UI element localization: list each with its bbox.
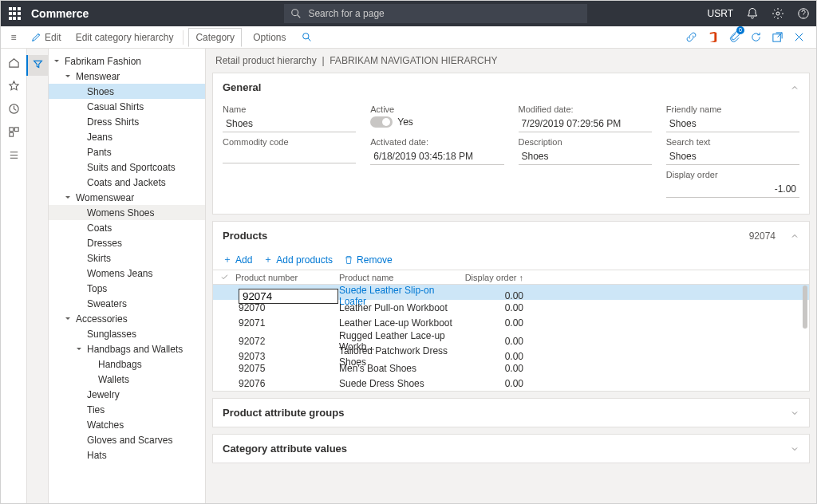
tree-node[interactable]: Fabrikam Fashion bbox=[49, 53, 205, 69]
active-field[interactable]: ActiveYes bbox=[370, 104, 503, 132]
caret-down-icon[interactable] bbox=[52, 57, 61, 66]
tree-node[interactable]: Womens Shoes bbox=[49, 205, 205, 220]
svg-point-4 bbox=[303, 33, 309, 39]
popout-icon[interactable] bbox=[772, 31, 783, 43]
tree-node[interactable]: Wallets bbox=[49, 372, 205, 387]
friendly-field[interactable]: Friendly nameShoes bbox=[666, 104, 799, 132]
table-row[interactable]: 92072Rugged Leather Lace-up Workb...0.00 bbox=[213, 330, 809, 345]
tab-category[interactable]: Category bbox=[188, 28, 242, 47]
description-field[interactable]: DescriptionShoes bbox=[519, 137, 652, 165]
scrollbar[interactable] bbox=[803, 285, 807, 329]
user-code[interactable]: USRT bbox=[708, 8, 733, 19]
action-search-icon[interactable] bbox=[297, 29, 317, 45]
search-text-field[interactable]: Search textShoes bbox=[666, 137, 799, 165]
col-product-name[interactable]: Product name bbox=[339, 273, 459, 282]
display-order-field[interactable]: Display order-1.00 bbox=[666, 170, 799, 198]
tree-node[interactable]: Watches bbox=[49, 417, 205, 432]
products-panel-header[interactable]: Products 92074 bbox=[213, 222, 809, 250]
tree-node[interactable]: Handbags and Wallets bbox=[49, 341, 205, 356]
help-icon[interactable] bbox=[797, 7, 810, 20]
caret-down-icon[interactable] bbox=[63, 193, 73, 203]
tree-node[interactable]: Suits and Sportcoats bbox=[49, 159, 205, 175]
table-row[interactable]: 92070Leather Pull-on Workboot0.00 bbox=[213, 300, 809, 315]
pag-header[interactable]: Product attribute groups bbox=[213, 399, 809, 427]
table-row[interactable]: 92075Men's Boat Shoes0.00 bbox=[213, 360, 809, 376]
edit-button[interactable]: Edit bbox=[26, 29, 66, 46]
caret-down-icon[interactable] bbox=[74, 345, 84, 354]
product-name-cell[interactable]: Leather Pull-on Workboot bbox=[339, 302, 459, 313]
list-icon[interactable] bbox=[8, 149, 20, 161]
product-number-cell[interactable]: 92071 bbox=[235, 317, 339, 329]
link-icon[interactable] bbox=[685, 31, 697, 43]
tree-node[interactable]: Menswear bbox=[49, 69, 205, 84]
tree-node[interactable]: Dresses bbox=[49, 235, 205, 250]
products-table[interactable]: Product number Product name Display orde… bbox=[213, 270, 809, 391]
tree-node[interactable]: Womens Jeans bbox=[49, 266, 205, 281]
tab-options[interactable]: Options bbox=[247, 29, 292, 46]
refresh-icon[interactable] bbox=[750, 31, 762, 43]
commodity-field[interactable]: Commodity code bbox=[223, 137, 356, 165]
caret-down-icon[interactable] bbox=[63, 314, 73, 324]
tree-node[interactable]: Gloves and Scarves bbox=[49, 432, 205, 447]
plus-icon: ＋ bbox=[263, 253, 273, 266]
product-name-cell[interactable]: Men's Boat Shoes bbox=[339, 363, 459, 374]
select-all-checkbox[interactable] bbox=[213, 273, 235, 282]
product-number-cell[interactable]: 92075 bbox=[235, 363, 339, 374]
table-row[interactable]: 92076Suede Dress Shoes0.00 bbox=[213, 376, 809, 391]
tree-node[interactable]: Casual Shirts bbox=[49, 99, 205, 114]
edit-hierarchy-button[interactable]: Edit category hierarchy bbox=[71, 29, 179, 46]
product-number-cell[interactable]: 92076 bbox=[235, 378, 339, 389]
table-row[interactable]: 92071Leather Lace-up Workboot0.00 bbox=[213, 315, 809, 330]
add-button[interactable]: ＋Add bbox=[223, 253, 252, 266]
global-search[interactable]: Search for a page bbox=[284, 4, 587, 23]
tree-node[interactable]: Sweaters bbox=[49, 296, 205, 311]
product-number-cell[interactable]: 92070 bbox=[235, 302, 339, 313]
office-icon[interactable] bbox=[707, 31, 719, 43]
tree-node[interactable]: Sunglasses bbox=[49, 326, 205, 341]
general-panel-header[interactable]: General bbox=[213, 73, 809, 101]
tree-node[interactable]: Skirts bbox=[49, 250, 205, 266]
tree-node[interactable]: Coats bbox=[49, 220, 205, 235]
menu-toggle-icon[interactable]: ≡ bbox=[6, 32, 22, 43]
tree-node[interactable]: Jewelry bbox=[49, 387, 205, 402]
tree-node[interactable]: Shoes bbox=[49, 84, 205, 99]
clock-icon[interactable] bbox=[8, 103, 20, 115]
tree-node[interactable]: Tops bbox=[49, 281, 205, 296]
close-icon[interactable] bbox=[793, 31, 805, 43]
tree-node[interactable]: Dress Shirts bbox=[49, 114, 205, 129]
tree-label: Womenswear bbox=[74, 192, 134, 203]
col-product-number[interactable]: Product number bbox=[235, 273, 339, 282]
caret-down-icon[interactable] bbox=[63, 72, 73, 81]
tree-node[interactable]: Handbags bbox=[49, 356, 205, 372]
table-row[interactable]: 92073Tailored Patchwork Dress Shoes0.00 bbox=[213, 345, 809, 360]
tree-node[interactable]: Pants bbox=[49, 144, 205, 159]
star-icon[interactable] bbox=[8, 80, 20, 92]
filter-icon[interactable] bbox=[26, 55, 48, 76]
tree-node[interactable]: Coats and Jackets bbox=[49, 175, 205, 190]
product-number-cell[interactable]: 92073 bbox=[235, 351, 339, 362]
tree-label: Ties bbox=[85, 404, 105, 415]
tree-node[interactable]: Ties bbox=[49, 402, 205, 417]
gear-icon[interactable] bbox=[772, 7, 784, 20]
module-icon[interactable] bbox=[8, 126, 20, 138]
table-row[interactable]: Suede Leather Slip-on Loafer0.00 bbox=[213, 285, 809, 300]
name-field[interactable]: NameShoes bbox=[223, 104, 356, 132]
product-name-cell[interactable]: Leather Lace-up Workboot bbox=[339, 317, 459, 329]
app-launcher-icon[interactable] bbox=[7, 6, 23, 22]
tree-node[interactable]: Jeans bbox=[49, 129, 205, 144]
product-number-cell[interactable]: 92072 bbox=[235, 336, 339, 347]
cav-header[interactable]: Category attribute values bbox=[213, 435, 809, 463]
tree-label: Watches bbox=[85, 419, 124, 431]
col-display-order[interactable]: Display order ↑ bbox=[459, 273, 799, 282]
bell-icon[interactable] bbox=[746, 7, 759, 20]
tree-node[interactable]: Accessories bbox=[49, 311, 205, 326]
remove-button[interactable]: Remove bbox=[344, 254, 393, 266]
tree-node[interactable]: Hats bbox=[49, 447, 205, 463]
product-name-cell[interactable]: Suede Dress Shoes bbox=[339, 378, 459, 389]
toggle-icon[interactable] bbox=[370, 116, 393, 128]
home-icon[interactable] bbox=[8, 57, 20, 69]
tree-node[interactable]: Womenswear bbox=[49, 190, 205, 205]
attach-icon[interactable]: 0 bbox=[728, 30, 740, 45]
category-tree[interactable]: Fabrikam FashionMenswearShoesCasual Shir… bbox=[49, 49, 206, 504]
add-products-button[interactable]: ＋Add products bbox=[263, 253, 333, 266]
